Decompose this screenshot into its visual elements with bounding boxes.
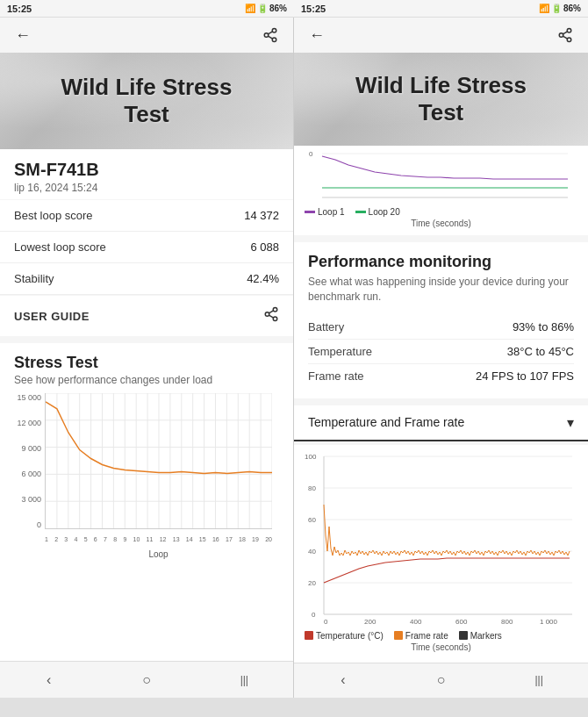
- x-axis: 1 2 3 4 5 6 7 8 9 10 11 12 13 14 15 16 1: [45, 531, 272, 547]
- scores-table: Best loop score 14 372 Lowest loop score…: [0, 200, 293, 295]
- battery-icon-right: 🔋: [551, 4, 562, 13]
- perf-label-battery: Battery: [308, 320, 344, 333]
- svg-text:800: 800: [501, 618, 513, 626]
- status-icons-right: 📶 🔋 86%: [539, 4, 581, 13]
- svg-text:1 000: 1 000: [540, 618, 558, 626]
- time-right: 15:25: [301, 4, 326, 14]
- hero-title-left: Wild Life StressTest: [61, 74, 233, 128]
- nav-back-right[interactable]: ‹: [326, 667, 361, 693]
- svg-text:600: 600: [455, 618, 468, 626]
- svg-point-1: [264, 33, 269, 38]
- nav-back-left[interactable]: ‹: [32, 667, 67, 693]
- user-guide-row[interactable]: USER GUIDE: [0, 296, 293, 336]
- svg-point-37: [567, 38, 571, 42]
- svg-line-39: [563, 32, 567, 34]
- score-row-stability: Stability 42.4%: [0, 263, 293, 295]
- perf-title: Performance monitoring: [308, 253, 574, 271]
- device-date: lip 16, 2024 15:24: [14, 182, 279, 194]
- tf-x-axis-label: Time (seconds): [305, 642, 577, 652]
- stress-subtitle: See how performance changes under load: [14, 374, 279, 386]
- panel-right: ← Wild Life StressTest 0: [294, 18, 588, 698]
- svg-text:200: 200: [364, 618, 376, 626]
- score-value-best: 14 372: [244, 209, 279, 222]
- chart-area: [45, 393, 272, 529]
- status-bar-left: 15:25 📶 🔋 86%: [0, 0, 294, 18]
- temp-legend-icon: [305, 631, 313, 640]
- y-axis: 15 000 12 000 9 000 6 000 3 000 0: [14, 393, 45, 529]
- battery-icon: 🔋: [257, 4, 268, 13]
- svg-point-7: [273, 317, 277, 321]
- temp-framerate-dropdown[interactable]: Temperature and Frame rate ▾: [294, 405, 588, 441]
- score-row-lowest: Lowest loop score 6 088: [0, 232, 293, 263]
- perf-value-framerate: 24 FPS to 107 FPS: [476, 369, 574, 383]
- markers-legend-label: Markers: [470, 631, 502, 641]
- bottom-nav-right: ‹ ○ |||: [294, 663, 588, 698]
- topbar-right: ←: [294, 18, 588, 53]
- framerate-legend-icon: [394, 631, 403, 640]
- perf-value-temp: 38°C to 45°C: [507, 345, 574, 358]
- back-button-right[interactable]: ←: [305, 23, 329, 47]
- svg-point-5: [273, 308, 277, 312]
- tf-chart-section: 100 80 60 40 20 0 Wild Life: [294, 445, 588, 663]
- hero-banner-left: Wild Life StressTest: [0, 53, 293, 149]
- battery-pct-left: 86%: [269, 4, 287, 13]
- perf-value-battery: 93% to 86%: [513, 320, 574, 333]
- hero-title-right: Wild Life StressTest: [355, 72, 527, 126]
- stress-section: Stress Test See how performance changes …: [0, 343, 293, 661]
- stress-title: Stress Test: [14, 354, 279, 372]
- svg-text:60: 60: [308, 516, 316, 524]
- signal-icon-right: 📶: [539, 4, 549, 13]
- nav-home-right[interactable]: ○: [423, 667, 458, 693]
- markers-legend-icon: [459, 631, 468, 640]
- svg-point-35: [567, 29, 571, 33]
- device-name: SM-F741B: [14, 160, 279, 180]
- svg-text:0: 0: [324, 618, 328, 626]
- svg-text:100: 100: [305, 453, 317, 461]
- score-label-lowest: Lowest loop score: [14, 240, 106, 254]
- svg-text:40: 40: [308, 548, 316, 556]
- bottom-nav-left: ‹ ○ |||: [0, 661, 293, 698]
- signal-icon: 📶: [245, 4, 255, 13]
- svg-line-4: [268, 32, 272, 34]
- mini-legend: Loop 1 Loop 20: [305, 207, 577, 217]
- score-value-lowest: 6 088: [250, 240, 279, 254]
- stress-chart: 15 000 12 000 9 000 6 000 3 000 0: [14, 393, 279, 547]
- tf-chart: 100 80 60 40 20 0 Wild Life: [305, 452, 577, 627]
- panel-left: ← Wild Life StressTest SM-F741B lip 16, …: [0, 18, 294, 698]
- perf-row-battery: Battery 93% to 86%: [308, 315, 574, 340]
- svg-text:400: 400: [410, 618, 422, 626]
- svg-line-3: [268, 36, 272, 39]
- battery-pct-right: 86%: [563, 4, 581, 13]
- back-button-left[interactable]: ←: [11, 23, 35, 47]
- svg-point-0: [272, 29, 276, 33]
- perf-monitoring: Performance monitoring See what was happ…: [294, 242, 588, 398]
- svg-text:0: 0: [309, 150, 313, 158]
- hero-banner-right: Wild Life StressTest: [294, 53, 588, 146]
- legend-loop1: Loop 1: [318, 207, 345, 217]
- mini-x-label: Time (seconds): [305, 219, 577, 228]
- dropdown-arrow-icon: ▾: [567, 414, 574, 431]
- svg-point-36: [559, 33, 563, 38]
- share-button-right[interactable]: [553, 23, 577, 47]
- nav-recent-left[interactable]: |||: [226, 667, 262, 693]
- score-label-stability: Stability: [14, 272, 54, 285]
- perf-subtitle: See what was happening inside your devic…: [308, 275, 574, 305]
- time-left: 15:25: [7, 4, 32, 14]
- x-axis-label-loop: Loop: [45, 549, 272, 559]
- perf-label-framerate: Frame rate: [308, 369, 364, 383]
- nav-recent-right[interactable]: |||: [521, 667, 556, 693]
- perf-label-temp: Temperature: [308, 345, 372, 358]
- score-label-best: Best loop score: [14, 209, 93, 222]
- nav-home-left[interactable]: ○: [129, 667, 164, 693]
- temp-legend-label: Temperature (°C): [316, 631, 384, 641]
- svg-point-2: [272, 38, 276, 42]
- user-guide-label: USER GUIDE: [14, 310, 90, 323]
- user-guide-share-icon[interactable]: [263, 306, 279, 326]
- svg-text:0: 0: [312, 611, 316, 619]
- svg-line-38: [563, 36, 567, 39]
- device-info: SM-F741B lip 16, 2024 15:24: [0, 149, 293, 199]
- share-button-left[interactable]: [258, 23, 283, 47]
- svg-line-8: [269, 315, 273, 318]
- perf-row-framerate: Frame rate 24 FPS to 107 FPS: [308, 364, 574, 388]
- svg-text:80: 80: [308, 484, 316, 492]
